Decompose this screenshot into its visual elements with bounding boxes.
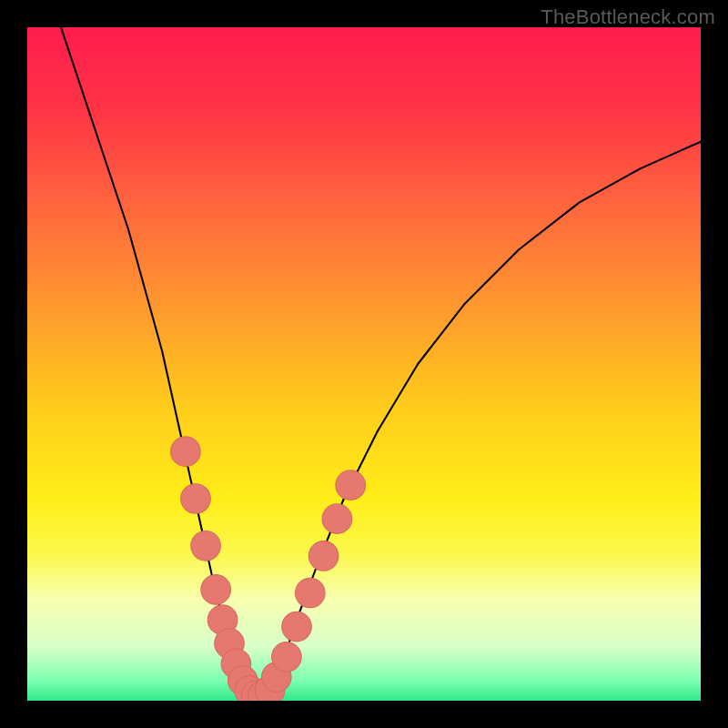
highlight-dot <box>201 575 231 605</box>
highlight-dots <box>171 437 366 701</box>
bottleneck-curve <box>61 27 701 697</box>
highlight-dot <box>308 541 339 571</box>
highlight-dot <box>322 504 352 534</box>
highlight-dot <box>282 612 312 642</box>
chart-frame: TheBottleneck.com <box>0 0 728 728</box>
highlight-dot <box>336 470 366 500</box>
chart-overlay <box>27 27 701 701</box>
plot-area <box>27 27 701 701</box>
highlight-dot <box>181 484 211 514</box>
highlight-dot <box>171 437 201 467</box>
highlight-dot <box>272 642 302 672</box>
watermark-text: TheBottleneck.com <box>541 5 715 29</box>
highlight-dot <box>296 578 326 608</box>
highlight-dot <box>191 531 221 561</box>
